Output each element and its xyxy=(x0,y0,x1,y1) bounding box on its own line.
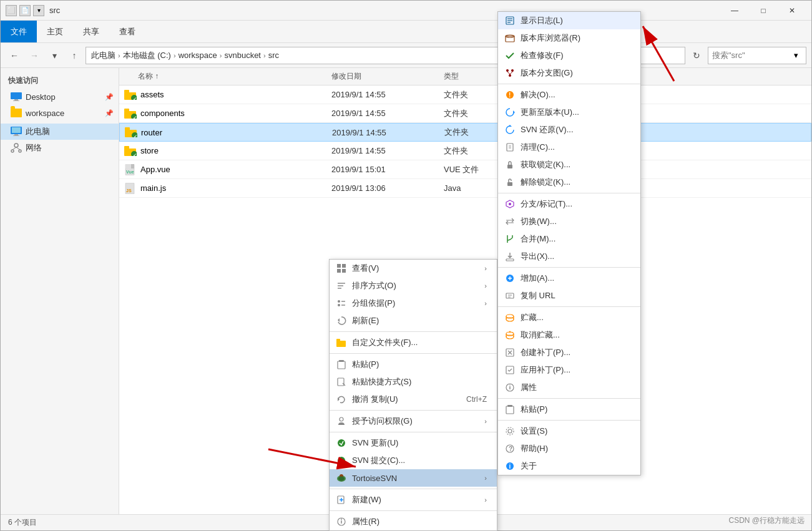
svn-create-patch-label: 创建补丁(P)... xyxy=(521,347,570,358)
file-row-appvue[interactable]: Vue App.vue 2019/9/1 15:01 VUE 文件 xyxy=(119,160,811,179)
col-header-name[interactable]: 名称 ↑ xyxy=(119,71,331,82)
ctx-new-arrow: › xyxy=(484,496,487,504)
menu-item-file[interactable]: 文件 xyxy=(1,21,37,42)
svg-rect-82 xyxy=(507,165,512,168)
svn-about[interactable]: i 关于 xyxy=(498,457,640,475)
svg-rect-48 xyxy=(338,361,345,369)
ctx-tortoise-arrow: › xyxy=(484,474,487,482)
help-icon: ? xyxy=(504,443,516,454)
svn-paste-label: 粘贴(P) xyxy=(521,404,547,415)
breadcrumb-svnbucket[interactable]: svnbucket xyxy=(224,51,261,60)
svn-paste[interactable]: 粘贴(P) xyxy=(498,401,640,418)
svn-help[interactable]: ? 帮助(H) xyxy=(498,440,640,457)
svg-text:✓: ✓ xyxy=(133,152,137,156)
search-input[interactable] xyxy=(712,51,787,60)
maximize-button[interactable]: □ xyxy=(749,1,778,21)
svg-point-52 xyxy=(340,417,343,421)
ctx-paste[interactable]: 粘贴(P) xyxy=(330,356,497,373)
forward-button[interactable]: → xyxy=(26,47,43,64)
ctx-new[interactable]: 新建(W) › xyxy=(330,491,497,509)
breadcrumb-sep-1: › xyxy=(118,52,120,59)
sidebar-item-workspace[interactable]: workspace 📌 xyxy=(1,105,119,121)
file-row-router[interactable]: ✓ router 2019/9/1 14:55 文件夹 xyxy=(119,123,811,142)
svn-properties[interactable]: 属性 xyxy=(498,379,640,396)
sidebar-item-computer[interactable]: 此电脑 xyxy=(1,124,119,140)
svn-resolve[interactable]: ! 解决(O)... xyxy=(498,86,640,104)
merge-icon xyxy=(504,233,516,245)
svn-paste-icon xyxy=(504,404,516,415)
svn-add[interactable]: 增加(A)... xyxy=(498,270,640,287)
svn-copy-url[interactable]: 复制 URL xyxy=(498,287,640,304)
ctx-paste-shortcut[interactable]: 粘贴快捷方式(S) xyxy=(330,373,497,391)
svg-point-42 xyxy=(338,304,340,306)
file-row-store[interactable]: ✓ store 2019/9/1 14:55 文件夹 xyxy=(119,142,811,160)
folder-icon-small[interactable]: ▾ xyxy=(33,5,44,16)
svg-point-9 xyxy=(19,150,21,152)
refresh-icon xyxy=(336,315,347,326)
file-row-mainjs[interactable]: JS main.js 2019/9/1 13:06 Java xyxy=(119,179,811,198)
ctx-svn-commit[interactable]: SVN 提交(C)... xyxy=(330,452,497,469)
breadcrumb-computer[interactable]: 此电脑 xyxy=(91,50,115,61)
menu-bar: 文件 主页 共享 查看 xyxy=(1,21,811,43)
svg-rect-13 xyxy=(124,90,129,93)
resolve-icon: ! xyxy=(504,89,516,100)
breadcrumb-src[interactable]: src xyxy=(268,51,279,60)
sidebar-computer-section: 此电脑 网络 xyxy=(1,124,119,156)
status-text: 6 个项目 xyxy=(8,517,37,528)
svn-settings[interactable]: 设置(S) xyxy=(498,422,640,440)
ctx-props[interactable]: 属性(R) xyxy=(330,513,497,530)
close-button[interactable]: ✕ xyxy=(778,1,806,21)
svg-rect-17 xyxy=(124,109,129,112)
ctx-view[interactable]: 查看(V) › xyxy=(330,260,497,277)
up-dropdown-button[interactable]: ▾ xyxy=(46,47,63,64)
svn-branch-tag[interactable]: 分支/标记(T)... xyxy=(498,195,640,213)
new-tab-icon[interactable]: 📄 xyxy=(19,5,31,16)
ctx-refresh-label: 刷新(E) xyxy=(352,315,379,326)
refresh-button[interactable]: ↻ xyxy=(688,47,705,64)
ctx-tortoise[interactable]: TortoiseSVN › xyxy=(330,469,497,487)
ctx-sort[interactable]: 排序方式(O) › xyxy=(330,277,497,295)
col-header-date[interactable]: 修改日期 xyxy=(331,71,444,82)
ctx-group[interactable]: 分组依据(P) › xyxy=(330,295,497,312)
quick-access-icon[interactable]: ⬜ xyxy=(6,5,17,16)
ctx-access[interactable]: 授予访问权限(G) › xyxy=(330,412,497,430)
search-dropdown-button[interactable]: ▾ xyxy=(790,49,802,62)
svn-export[interactable]: 导出(X)... xyxy=(498,248,640,265)
svn-check-modify[interactable]: 检查修改(F) xyxy=(498,47,640,64)
ctx-refresh[interactable]: 刷新(E) xyxy=(330,312,497,329)
svn-branch-graph[interactable]: 版本分支图(G) xyxy=(498,64,640,82)
svn-lock[interactable]: 获取锁定(K)... xyxy=(498,156,640,173)
svn-cleanup[interactable]: 清理(C)... xyxy=(498,139,640,156)
menu-item-home[interactable]: 主页 xyxy=(37,21,73,42)
svn-stash[interactable]: 贮藏... xyxy=(498,309,640,326)
svn-revert[interactable]: SVN 还原(V)... xyxy=(498,121,640,139)
svn-update-rev[interactable]: 更新至版本(U)... xyxy=(498,104,640,121)
svn-create-patch[interactable]: 创建补丁(P)... xyxy=(498,344,640,361)
sidebar-item-desktop[interactable]: Desktop 📌 xyxy=(1,89,119,105)
ctx-custom-folder[interactable]: 自定义文件夹(F)... xyxy=(330,334,497,351)
svg-marker-44 xyxy=(338,318,340,322)
breadcrumb-disk[interactable]: 本地磁盘 (C:) xyxy=(123,50,171,61)
file-row-assets[interactable]: ✓ assets 2019/9/1 14:55 文件夹 xyxy=(119,85,811,104)
svg-marker-77 xyxy=(513,110,515,114)
svn-apply-patch[interactable]: 应用补丁(P)... xyxy=(498,361,640,379)
ctx-undo[interactable]: 撤消 复制(U) Ctrl+Z xyxy=(330,391,497,408)
ctx-svn-update[interactable]: SVN 更新(U) xyxy=(330,434,497,452)
up-button[interactable]: ↑ xyxy=(66,47,83,64)
svn-unstash[interactable]: 取消贮藏... xyxy=(498,326,640,344)
search-box: ▾ xyxy=(708,47,806,64)
svn-unlock[interactable]: 解除锁定(K)... xyxy=(498,173,640,191)
svn-switch[interactable]: 切换(W)... xyxy=(498,213,640,230)
svg-line-73 xyxy=(507,72,510,74)
breadcrumb-sep-3: › xyxy=(220,52,222,59)
svn-repo-browser[interactable]: 版本库浏览器(R) xyxy=(498,29,640,47)
sidebar-item-network[interactable]: 网络 xyxy=(1,140,119,156)
svn-merge[interactable]: 合并(M)... xyxy=(498,230,640,248)
back-button[interactable]: ← xyxy=(6,47,23,64)
minimize-button[interactable]: — xyxy=(720,1,749,21)
menu-item-share[interactable]: 共享 xyxy=(73,21,109,42)
menu-item-view[interactable]: 查看 xyxy=(109,21,145,42)
svn-log[interactable]: 显示日志(L) xyxy=(498,12,640,29)
breadcrumb-workspace[interactable]: workspace xyxy=(179,51,217,60)
file-row-components[interactable]: ✓ components 2019/9/1 14:55 文件夹 xyxy=(119,104,811,123)
